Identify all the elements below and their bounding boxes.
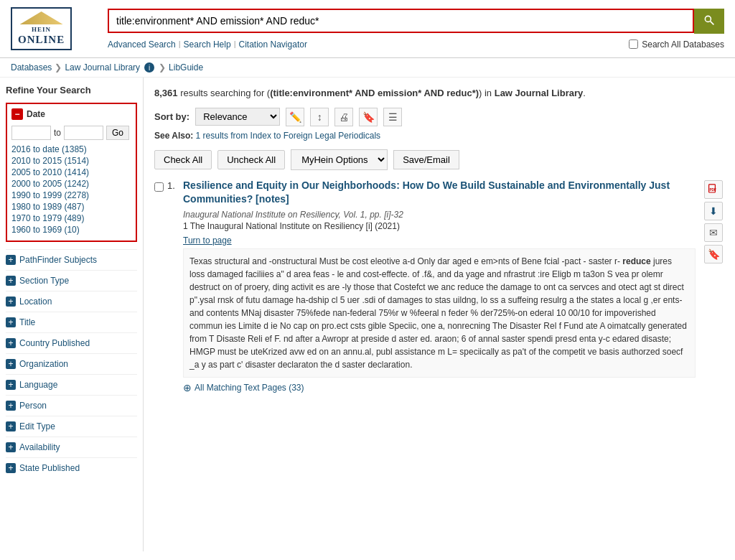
search-help-link[interactable]: Search Help bbox=[184, 39, 231, 50]
result-body: Resilience and Equity in Our Neighborhoo… bbox=[183, 179, 696, 393]
bookmark2-toolbar-icon[interactable]: 🔖 bbox=[359, 108, 378, 126]
sidebar-filter-item[interactable]: +Availability bbox=[6, 437, 137, 457]
plus-icon: + bbox=[6, 276, 16, 286]
svg-point-0 bbox=[705, 16, 711, 22]
see-also-link[interactable]: 1 results from Index to Foreign Legal Pe… bbox=[196, 131, 380, 141]
date-range-item[interactable]: 1980 to 1989 (487) bbox=[11, 202, 131, 212]
sidebar-filter-item[interactable]: +Section Type bbox=[6, 270, 137, 291]
sort-toolbar-icon[interactable]: ↕ bbox=[310, 108, 329, 126]
advanced-search-link[interactable]: Advanced Search bbox=[108, 39, 176, 50]
breadcrumb-databases[interactable]: Databases bbox=[11, 62, 52, 73]
date-collapse-button[interactable]: − bbox=[11, 108, 23, 120]
print-toolbar-icon[interactable]: 🖨 bbox=[334, 108, 353, 126]
uncheck-all-button[interactable]: Uncheck All bbox=[217, 150, 285, 169]
result-title[interactable]: Resilience and Equity in Our Neighborhoo… bbox=[183, 179, 696, 207]
main: Refine Your Search − Date to Go 2016 to … bbox=[0, 78, 735, 551]
plus-icon: + bbox=[6, 442, 16, 452]
info-icon[interactable]: i bbox=[144, 62, 154, 73]
sort-select[interactable]: Relevance Date (Newest) Date (Oldest) Ti… bbox=[195, 108, 280, 126]
date-range-item[interactable]: 2010 to 2015 (1514) bbox=[11, 156, 131, 166]
breadcrumb-arrow2: ❯ bbox=[159, 62, 166, 73]
date-ranges: 2016 to date (1385)2010 to 2015 (1514)20… bbox=[11, 144, 131, 235]
sidebar-filter-item[interactable]: +Country Published bbox=[6, 332, 137, 353]
filter-items: +PathFinder Subjects+Section Type+Locati… bbox=[6, 249, 137, 478]
result-checkbox-num: 1. bbox=[154, 179, 176, 393]
plus-icon: + bbox=[6, 421, 16, 431]
filter-label: Language bbox=[19, 380, 57, 390]
sidebar-filter-item[interactable]: +Location bbox=[6, 291, 137, 312]
date-range-item[interactable]: 1970 to 1979 (489) bbox=[11, 213, 131, 223]
turn-to-page-link[interactable]: Turn to page bbox=[183, 235, 696, 246]
download-icon[interactable]: ⬇ bbox=[704, 202, 723, 220]
results-query: (title:environment* AND emission* AND re… bbox=[270, 88, 479, 98]
sidebar-filter-item[interactable]: +PathFinder Subjects bbox=[6, 249, 137, 270]
check-all-button[interactable]: Check All bbox=[154, 150, 212, 169]
date-go-button[interactable]: Go bbox=[106, 126, 129, 140]
plus-icon: + bbox=[6, 255, 16, 265]
results-header: 8,361 results searching for ((title:envi… bbox=[154, 86, 724, 101]
sidebar-filter-item[interactable]: +State Published bbox=[6, 457, 137, 478]
date-from-input[interactable] bbox=[11, 126, 51, 140]
date-range-item[interactable]: 2005 to 2010 (1414) bbox=[11, 167, 131, 177]
plus-icon: + bbox=[6, 463, 16, 473]
filter-label: Availability bbox=[19, 442, 60, 452]
header: HEIN ONLINE title:environment* AND emiss… bbox=[0, 0, 735, 58]
filter-label: Country Published bbox=[19, 338, 90, 348]
sidebar: Refine Your Search − Date to Go 2016 to … bbox=[0, 78, 144, 551]
result-source: 1 The Inaugural National Institute on Re… bbox=[183, 221, 696, 231]
breadcrumb-arrow1: ❯ bbox=[55, 62, 62, 73]
plus-icon: + bbox=[6, 401, 16, 411]
edit-toolbar-icon[interactable]: ✏️ bbox=[286, 108, 304, 126]
filter-label: State Published bbox=[19, 463, 80, 473]
pdf-icon[interactable]: PDF bbox=[704, 180, 723, 199]
results-text: results searching for ( bbox=[180, 88, 270, 98]
sidebar-filter-item[interactable]: +Person bbox=[6, 395, 137, 416]
citation-navigator-link[interactable]: Citation Navigator bbox=[239, 39, 307, 50]
date-range-item[interactable]: 2000 to 2005 (1242) bbox=[11, 179, 131, 189]
result-excerpt: Texas structural and -onstructural Must … bbox=[183, 248, 696, 378]
svg-text:PDF: PDF bbox=[709, 187, 716, 191]
sidebar-filter-item[interactable]: +Title bbox=[6, 312, 137, 332]
save-email-button[interactable]: Save/Email bbox=[393, 150, 459, 169]
result-journal: Inaugural National Institute on Resilien… bbox=[183, 210, 696, 220]
results-list: 1. Resilience and Equity in Our Neighbor… bbox=[154, 179, 724, 393]
breadcrumb-libguide[interactable]: LibGuide bbox=[169, 62, 203, 73]
date-range-item[interactable]: 1990 to 1999 (2278) bbox=[11, 190, 131, 200]
myhein-select[interactable]: MyHein Options bbox=[291, 149, 388, 170]
email-icon[interactable]: ✉ bbox=[704, 223, 723, 242]
breadcrumb: Databases ❯ Law Journal Library i ❯ LibG… bbox=[0, 58, 735, 78]
filter-label: Section Type bbox=[19, 276, 69, 286]
list-toolbar-icon[interactable]: ☰ bbox=[383, 108, 402, 126]
result-number: 1. bbox=[167, 180, 175, 191]
logo-box: HEIN ONLINE bbox=[11, 7, 72, 50]
sidebar-filter-item[interactable]: +Organization bbox=[6, 353, 137, 374]
date-range-item[interactable]: 2016 to date (1385) bbox=[11, 144, 131, 154]
excerpt-text: Texas structural and -onstructural Must … bbox=[189, 256, 687, 370]
date-range-item[interactable]: 1960 to 1969 (10) bbox=[11, 225, 131, 235]
sidebar-title: Refine Your Search bbox=[6, 85, 137, 95]
sidebar-filter-item[interactable]: +Language bbox=[6, 374, 137, 395]
date-to-input[interactable] bbox=[64, 126, 103, 140]
search-icon bbox=[703, 14, 715, 26]
date-label: Date bbox=[27, 109, 45, 119]
filter-label: Organization bbox=[19, 359, 68, 369]
search-button[interactable] bbox=[694, 9, 724, 34]
table-row: 1. Resilience and Equity in Our Neighbor… bbox=[154, 179, 724, 393]
svg-line-1 bbox=[711, 21, 714, 24]
search-row: title:environment* AND emission* AND red… bbox=[108, 9, 724, 34]
bookmark-icon[interactable]: 🔖 bbox=[704, 245, 723, 263]
logo-text: HEIN ONLINE bbox=[18, 26, 65, 46]
search-area: title:environment* AND emission* AND red… bbox=[108, 9, 724, 50]
sort-label: Sort by: bbox=[154, 111, 189, 122]
search-input[interactable]: title:environment* AND emission* AND red… bbox=[108, 9, 694, 33]
all-matching-plus: ⊕ bbox=[183, 382, 192, 393]
logo-icon bbox=[20, 11, 63, 24]
sidebar-filter-item[interactable]: +Edit Type bbox=[6, 416, 137, 437]
filter-label: PathFinder Subjects bbox=[19, 255, 97, 265]
date-header: − Date bbox=[11, 108, 131, 120]
breadcrumb-library[interactable]: Law Journal Library bbox=[65, 62, 140, 73]
search-all-checkbox[interactable] bbox=[629, 39, 638, 49]
all-matching-link[interactable]: ⊕ All Matching Text Pages (33) bbox=[183, 382, 696, 393]
divider1: | bbox=[179, 39, 181, 50]
result-checkbox[interactable] bbox=[154, 182, 164, 192]
